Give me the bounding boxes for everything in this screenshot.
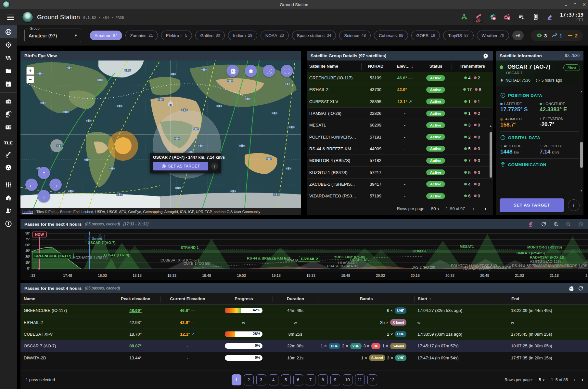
map-pan-down-button[interactable]: ↓: [38, 190, 50, 202]
menu-icon[interactable]: [7, 15, 14, 20]
playlist-icon[interactable]: [517, 13, 526, 21]
sidebar-item-dish[interactable]: [0, 108, 17, 121]
zoom-out-icon[interactable]: [565, 221, 572, 228]
sidebar-item-home-plus[interactable]: [0, 191, 17, 204]
leaflet-link[interactable]: Leaflet: [22, 210, 33, 214]
network-icon[interactable]: [460, 13, 468, 21]
pass-row-es-hail-2[interactable]: ES'HAIL 242.93°42.9° —∞∞25 × X-band∞∞: [20, 316, 588, 328]
page-button-3[interactable]: 3: [256, 374, 266, 385]
prev-page-button[interactable]: ‹: [471, 205, 477, 212]
satellite-info-scrollbar[interactable]: [580, 142, 583, 168]
column-header-transmitters[interactable]: Transmitters: [452, 63, 493, 70]
page-button-12[interactable]: 12: [367, 374, 377, 385]
phone-icon[interactable]: [531, 13, 540, 21]
dish-pink-icon[interactable]: [528, 221, 535, 228]
pass-row-greencube-io-117-[interactable]: GREENCUBE (IO-117)48.69°46.6° —42%44m 49…: [20, 305, 588, 316]
pass-label-lusat-lo-19-[interactable]: LUSAT (LO-19): [104, 253, 129, 257]
map-zoom-in-button[interactable]: +: [26, 67, 34, 75]
group-chip-zombies[interactable]: Zombies21: [125, 31, 158, 40]
sidebar-item-engineer[interactable]: [0, 204, 17, 217]
satellite-elevation-icon[interactable]: -60°: [474, 13, 483, 21]
column-header-start[interactable]: Start ↑: [414, 296, 508, 302]
satellite-row-es-hail-2[interactable]: ES'HAIL 24370042.9° —Active178: [307, 84, 493, 96]
map-settings-button[interactable]: [226, 65, 239, 77]
page-button-6[interactable]: 6: [293, 374, 303, 385]
chips-overflow-button[interactable]: +6: [512, 31, 524, 40]
antenna-warning-icon[interactable]: [489, 13, 497, 21]
rows-per-page-select[interactable]: 50 ▼: [431, 207, 440, 211]
sidebar-item-target[interactable]: [0, 38, 17, 51]
map-home-button[interactable]: [245, 65, 257, 77]
group-chip-weather[interactable]: Weather70: [477, 31, 509, 40]
tooltip-set-target-button[interactable]: SET AS TARGET: [153, 162, 208, 170]
map-zoom-out-button[interactable]: −: [26, 75, 34, 83]
page-button-7[interactable]: 7: [306, 374, 315, 385]
satellite-row-greencube-io-117-[interactable]: GREENCUBE (IO-117)5310946.6° —Active42: [307, 72, 493, 84]
group-chip-galileo[interactable]: Galileo30: [195, 31, 225, 40]
satellite-row-itamsat-io-26-[interactable]: ITAMSAT (IO-26)22826-Active12: [307, 108, 493, 119]
satellite-row-mesat1[interactable]: MESAT160209-Active30: [307, 119, 493, 131]
pass-row-diwata-2b[interactable]: DIWATA-2B13.44°-0%10m 21s1 × S-band 3 × …: [20, 352, 588, 364]
pass-row-oscar-7-ao-7-[interactable]: OSCAR 7 (AO-7)88.87°-0%22m 08s1 × UHF 2 …: [20, 340, 588, 352]
group-chip-cubesats[interactable]: Cubesats88: [374, 31, 408, 40]
group-chip-space-stations[interactable]: Space stations34: [292, 31, 336, 40]
column-header-peak-elevation[interactable]: Peak elevation: [111, 296, 160, 302]
group-select[interactable]: Group Amateur (97) ▼: [24, 29, 81, 42]
sidebar-item-globe[interactable]: [0, 25, 17, 38]
radio-off-icon[interactable]: [503, 13, 511, 21]
satellite-row-monitor-4-rs57s-[interactable]: MONITOR-4 (RS57S)57182-Active70: [307, 155, 493, 167]
column-header-satellite-name[interactable]: Satellite Name: [307, 63, 361, 70]
column-header-duration[interactable]: Duration: [273, 296, 318, 302]
page-button-9[interactable]: 9: [330, 374, 340, 385]
set-as-target-button[interactable]: SET AS TARGET: [500, 198, 564, 212]
pass-label-phase-3b-ao-10-[interactable]: PHASE 3B (AO-10): [327, 264, 358, 268]
pass-label-hors-4-rs-[interactable]: HORS 4 (RS…: [567, 264, 588, 268]
satellite-row-rs-44-breeze-km-[interactable]: RS-44 & BREEZE-KM …44909-Active50: [307, 143, 493, 155]
column-header-status[interactable]: Status: [420, 63, 452, 70]
pass-label-oscar-7-ao-7-[interactable]: OSCAR 7 (AO-7): [88, 241, 116, 245]
pass-label-greencube-io-117-[interactable]: GREENCUBE (IO-117): [32, 253, 74, 259]
next-page-button[interactable]: ›: [582, 376, 583, 383]
group-chip-goes[interactable]: GOES19: [411, 31, 440, 40]
pass-label-strand-1[interactable]: STRAND-1: [181, 246, 199, 249]
passes-refresh-icon[interactable]: [577, 285, 584, 292]
pass-label-gomx-1[interactable]: GOMX-1: [413, 249, 427, 253]
pass-label-jas-2-fo-29-[interactable]: JAS-2 (FO-29): [412, 265, 435, 269]
page-button-11[interactable]: 11: [355, 374, 365, 385]
satellite-row-kuzgtu-1-rs47s-[interactable]: KUZGTU 1 (RS47S)57217-Active50: [307, 167, 493, 178]
page-button-8[interactable]: 8: [318, 374, 328, 385]
world-map[interactable]: + − ↑ ← → ↓ OSCAR 7 (AO-7) - 1447 km, 7.…: [20, 60, 301, 208]
sidebar-item-radio[interactable]: [0, 95, 17, 108]
column-header-elev-[interactable]: Elev… ↓: [390, 63, 420, 70]
satellite-row-polytech-univers-[interactable]: POLYTECH-UNIVERS…57191-Active20: [307, 131, 493, 143]
sidebar-item-tle-satellite[interactable]: [0, 148, 17, 161]
satellite-row-vizard-meteo-rs3-[interactable]: VIZARD-METEO (RS3…57189-Active60: [307, 190, 493, 202]
map-focus-target-button[interactable]: [263, 65, 275, 77]
pass-label-es-hail-2[interactable]: ES'HAIL 2: [299, 256, 320, 262]
timeline-chart[interactable]: 90°75°60°45°30°15°0° ▼ NOW ☾ Sunset OSCA…: [20, 229, 588, 272]
map-pan-right-button[interactable]: →: [49, 179, 62, 191]
group-chip-science[interactable]: Science48: [339, 31, 371, 40]
pass-label-radfxsat-fox-1b-[interactable]: RADFXSAT (FOX-1B): [530, 255, 566, 259]
window-minimize-button[interactable]: ⌄: [564, 2, 568, 7]
map-pan-left-button[interactable]: ←: [25, 179, 38, 191]
pass-label-monitor-2-rs39s-[interactable]: MONITOR-2 (RS39S): [527, 245, 562, 249]
page-button-1[interactable]: 1: [232, 374, 241, 385]
pass-label-asrtu-1-ao-123-[interactable]: ASRTU-1 (AO-123): [530, 260, 561, 263]
column-header-current-elevation[interactable]: Current Elevation: [160, 296, 215, 302]
column-header-progress[interactable]: Progress: [215, 296, 273, 302]
satellite-row-zacube-1-tshepis-[interactable]: ZACUBE-1 (TSHEPIS…39417-Active40: [307, 179, 493, 190]
zoom-in-icon[interactable]: [552, 221, 559, 228]
pass-row-cubesat-xi-v[interactable]: CUBESAT XI-V18.70°12.1° ↗28%8m 25s2 × UH…: [20, 329, 588, 340]
group-chip-noaa[interactable]: NOAA23: [261, 31, 289, 40]
satellite-details-info-button[interactable]: i: [568, 199, 580, 211]
pass-label-umka-1-rs40s-[interactable]: UMKA 1 (RS40S): [517, 251, 545, 255]
group-chip-elektro-l[interactable]: Elektro-L5: [161, 31, 192, 40]
column-header-norad[interactable]: NORAD: [361, 63, 390, 70]
sidebar-item-module[interactable]: [0, 121, 17, 134]
page-button-10[interactable]: 10: [343, 374, 352, 385]
column-header-bands[interactable]: Bands: [318, 296, 414, 302]
group-chip-amateur[interactable]: Amateur97: [90, 31, 122, 40]
column-header-name[interactable]: Name: [20, 296, 111, 302]
pass-label-mesat1[interactable]: MESAT1: [460, 245, 474, 248]
